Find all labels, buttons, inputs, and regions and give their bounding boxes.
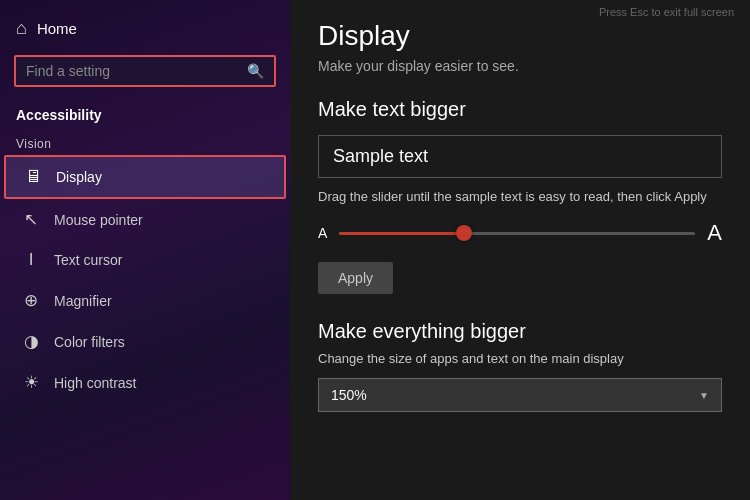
sidebar-item-high-contrast-label: High contrast: [54, 375, 136, 391]
mouse-pointer-icon: ↖: [20, 209, 42, 230]
magnifier-icon: ⊕: [20, 290, 42, 311]
esc-hint: Press Esc to exit full screen: [599, 6, 734, 18]
sidebar-item-display-label: Display: [56, 169, 102, 185]
search-box: 🔍: [14, 55, 276, 87]
sidebar-item-text-cursor[interactable]: I Text cursor: [4, 240, 286, 280]
sample-text-display: Sample text: [318, 135, 722, 178]
chevron-down-icon: ▼: [699, 390, 709, 401]
sidebar-item-color-filters[interactable]: ◑ Color filters: [4, 321, 286, 362]
sidebar: ⌂ Home 🔍 Accessibility Vision 🖥 Display …: [0, 0, 290, 500]
sidebar-home-label: Home: [37, 20, 77, 37]
display-scale-dropdown[interactable]: 150% ▼: [318, 378, 722, 412]
accessibility-label: Accessibility: [0, 97, 290, 131]
make-text-bigger-title: Make text bigger: [318, 98, 722, 121]
high-contrast-icon: ☀: [20, 372, 42, 393]
page-subtitle: Make your display easier to see.: [318, 58, 722, 74]
sidebar-item-home[interactable]: ⌂ Home: [0, 0, 290, 51]
sidebar-item-display[interactable]: 🖥 Display: [4, 155, 286, 199]
slider-fill: [339, 232, 464, 235]
color-filters-icon: ◑: [20, 331, 42, 352]
apply-button[interactable]: Apply: [318, 262, 393, 294]
slider-thumb[interactable]: [456, 225, 472, 241]
sidebar-item-high-contrast[interactable]: ☀ High contrast: [4, 362, 286, 403]
search-input[interactable]: [26, 63, 247, 79]
sidebar-item-text-cursor-label: Text cursor: [54, 252, 122, 268]
dropdown-value: 150%: [331, 387, 367, 403]
vision-label: Vision: [0, 131, 290, 155]
display-icon: 🖥: [22, 167, 44, 187]
page-title: Display: [318, 20, 722, 52]
search-container: 🔍: [0, 51, 290, 97]
main-content: Press Esc to exit full screen Display Ma…: [290, 0, 750, 500]
slider-description: Drag the slider until the sample text is…: [318, 188, 722, 206]
search-icon: 🔍: [247, 63, 264, 79]
sidebar-item-magnifier[interactable]: ⊕ Magnifier: [4, 280, 286, 321]
sidebar-item-magnifier-label: Magnifier: [54, 293, 112, 309]
sidebar-item-mouse-pointer[interactable]: ↖ Mouse pointer: [4, 199, 286, 240]
slider-label-small: A: [318, 225, 327, 241]
text-size-slider[interactable]: [339, 232, 695, 235]
make-everything-bigger-title: Make everything bigger: [318, 320, 722, 343]
sidebar-item-color-filters-label: Color filters: [54, 334, 125, 350]
slider-label-large: A: [707, 220, 722, 246]
make-everything-bigger-desc: Change the size of apps and text on the …: [318, 351, 722, 366]
home-icon: ⌂: [16, 18, 27, 39]
sidebar-item-mouse-pointer-label: Mouse pointer: [54, 212, 143, 228]
text-size-slider-row: A A: [318, 220, 722, 246]
text-cursor-icon: I: [20, 250, 42, 270]
